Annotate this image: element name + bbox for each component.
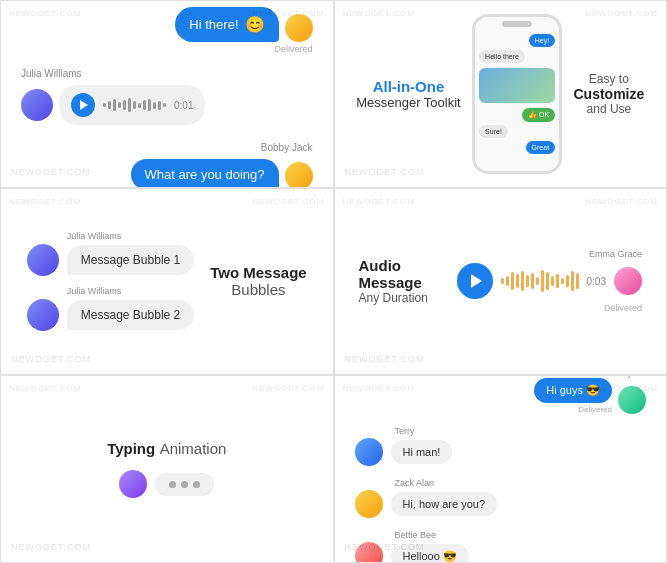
- audio-bubble-julia: 0:01: [59, 85, 205, 125]
- mini-bubble-gray-1: Hello there: [479, 50, 525, 63]
- sender-julia-b1: Julia Williams: [67, 231, 194, 241]
- avatar-julia-b2: [27, 299, 59, 331]
- wave-bar-l: [551, 276, 554, 286]
- wave-bar-l: [526, 275, 529, 287]
- wave-bar-l: [556, 274, 559, 288]
- sender-bobby-2: Bobby Jack: [261, 142, 313, 153]
- bubble-item-1-wrap: Julia Williams Message Bubble 1: [27, 231, 194, 276]
- play-icon-large: [471, 274, 482, 288]
- bubble-what-doing: What are you doing?: [131, 159, 279, 187]
- avatar-bobby-2: [285, 162, 313, 187]
- wave-bar: [158, 101, 161, 110]
- audio-player-section: Emma Grace: [457, 249, 642, 313]
- wave-bar-l: [546, 272, 549, 290]
- bubble-how-are-you: Hi, how are you?: [391, 492, 498, 516]
- audio-player-card: 0:03: [457, 263, 642, 299]
- watermark-tl-2: NEWOGET.COM: [343, 9, 415, 18]
- mini-bubble-blue-1: Hey!: [529, 34, 555, 47]
- watermark-tl-4: NEWOGET.COM: [343, 197, 415, 206]
- avatar-typing: [119, 470, 147, 498]
- avatar-emma: [614, 267, 642, 295]
- avatar-terry: [355, 438, 383, 466]
- wave-bar-l: [576, 273, 579, 289]
- cell-typing-animation: NEWOGET.COM NEWOGET.COM Typing Animation: [0, 375, 334, 563]
- emma-sender-label: Emma Grace: [589, 249, 642, 259]
- all-in-one-text: All-in-One Messenger Toolkit: [356, 78, 461, 110]
- wave-bar-l: [531, 273, 534, 289]
- two-message-label: Two Message: [210, 264, 306, 281]
- wave-bar: [148, 99, 151, 111]
- audio-delivered-label: Delivered: [604, 303, 642, 313]
- avatar-zack: [355, 490, 383, 518]
- phone-img-1: [479, 68, 555, 103]
- wave-bar: [118, 102, 121, 108]
- dot-3: [193, 481, 200, 488]
- wave-bar: [108, 101, 111, 109]
- wave-bar-l: [571, 271, 574, 291]
- bettie-msg-row: Hellooo 😎: [355, 542, 647, 563]
- audio-msg-title: Audio Message Any Duration: [359, 257, 457, 305]
- audio-message-label: Audio Message: [359, 257, 457, 291]
- bubbles-label: Bubbles: [210, 281, 306, 298]
- emoji-hi: 😊: [245, 15, 265, 34]
- wave-bar: [153, 102, 156, 109]
- bubble-hi-guys: Hi guys 😎: [534, 378, 612, 403]
- sender-julia-b2: Julia Williams: [67, 286, 194, 296]
- wave-bar-l: [501, 278, 504, 284]
- typing-title: Typing Animation: [107, 440, 226, 458]
- bubble-item-1: Message Bubble 1: [27, 244, 194, 276]
- cell-chat-bubbles: NEWOGET.COM NEWOGET.COM Bobby Jack Hi th…: [0, 0, 334, 188]
- play-button-large[interactable]: [457, 263, 493, 299]
- delivered-1: Delivered: [274, 44, 312, 54]
- phone-notch: [502, 21, 532, 27]
- message-bubble-1: Message Bubble 1: [67, 245, 194, 275]
- mini-bubble-gray-2: Sure!: [479, 125, 508, 138]
- play-button-1[interactable]: [71, 93, 95, 117]
- wave-bar: [138, 103, 141, 108]
- wave-bar-l: [561, 278, 564, 284]
- dot-2: [181, 481, 188, 488]
- wave-bar-l: [521, 271, 524, 291]
- any-duration-label: Any Duration: [359, 291, 457, 305]
- bubble-hi-there: Hi there! 😊: [175, 7, 278, 42]
- play-icon-1: [80, 100, 88, 110]
- wave-bar: [143, 100, 146, 110]
- bubble-item-2: Message Bubble 2: [27, 299, 194, 331]
- wave-bar: [133, 101, 136, 109]
- sender-bobby-1: Bobby Jack: [261, 0, 313, 1]
- easy-label: Easy to: [573, 72, 644, 86]
- bubble-hellooo: Hellooo 😎: [391, 544, 469, 563]
- waveform-large: [501, 269, 579, 293]
- watermark-tl-3: NEWOGET.COM: [9, 197, 81, 206]
- sender-terry: Terry: [395, 426, 647, 436]
- all-in-one-label: All-in-One: [356, 78, 461, 95]
- avatar-bobby-1: [285, 14, 313, 42]
- cell-two-bubbles: NEWOGET.COM NEWOGET.COM Julia Williams M…: [0, 188, 334, 376]
- zack-msg-row: Hi, how are you?: [355, 490, 647, 518]
- sender-julia-1: Julia Williams: [21, 68, 313, 79]
- avatar-myself: [618, 386, 646, 414]
- wave-bar-l: [511, 272, 514, 290]
- customize-label: Customize: [573, 86, 644, 102]
- typing-bold-label: Typing: [107, 440, 155, 457]
- message-bubble-2: Message Bubble 2: [67, 300, 194, 330]
- sender-zack: Zack Alan: [395, 478, 647, 488]
- bubbles-left-section: Julia Williams Message Bubble 1 Julia Wi…: [27, 231, 194, 331]
- bubble-item-2-wrap: Julia Williams Message Bubble 2: [27, 286, 194, 331]
- wave-bar-l: [506, 276, 509, 286]
- wave-bar-l: [516, 274, 519, 288]
- typing-light-label: Animation: [160, 440, 227, 457]
- messenger-toolkit-label: Messenger Toolkit: [356, 95, 461, 110]
- wave-bar: [103, 103, 106, 107]
- watermark-tr-4: NEWOGET.COM: [586, 197, 658, 206]
- typing-dots: [155, 473, 214, 496]
- and-use-label: and Use: [573, 102, 644, 116]
- avatar-julia-b1: [27, 244, 59, 276]
- wave-bar: [113, 99, 116, 111]
- terry-msg-row: Hi man!: [355, 438, 647, 466]
- main-grid: NEWOGET.COM NEWOGET.COM Bobby Jack Hi th…: [0, 0, 667, 563]
- audio-time-large: 0:03: [587, 276, 606, 287]
- mini-bubble-green: 👍 OK: [522, 108, 555, 122]
- dot-1: [169, 481, 176, 488]
- mini-bubble-blue-2: Great: [526, 141, 556, 154]
